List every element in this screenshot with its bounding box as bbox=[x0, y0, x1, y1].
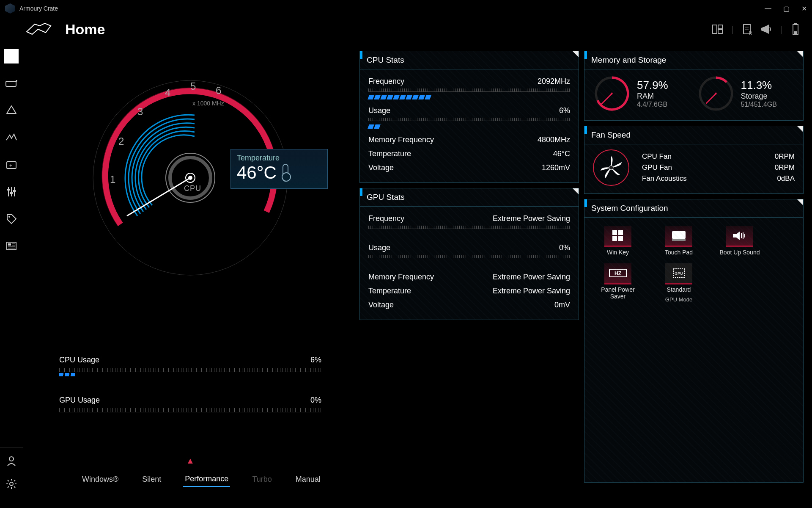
memory-storage-panel: Memory and Storage + 57.9%RAM4.4/7.6GB +… bbox=[584, 51, 804, 121]
rog-logo-icon bbox=[25, 22, 56, 38]
svg-rect-24 bbox=[7, 242, 16, 250]
sidebar-item-home[interactable]: i bbox=[4, 49, 19, 64]
mode-manual[interactable]: Manual bbox=[294, 472, 322, 486]
svg-point-30 bbox=[9, 457, 14, 461]
mode-turbo[interactable]: Turbo bbox=[250, 472, 273, 486]
gpu-freq-label: Frequency bbox=[368, 214, 404, 223]
cfg-win-key-label: Win Key bbox=[607, 249, 629, 256]
svg-line-39 bbox=[14, 480, 15, 481]
svg-rect-25 bbox=[8, 243, 11, 246]
svg-point-14 bbox=[16, 80, 17, 82]
svg-rect-56 bbox=[618, 236, 623, 241]
cfg-boot-sound-label: Boot Up Sound bbox=[720, 249, 760, 256]
sidebar-item-keyboard[interactable] bbox=[4, 76, 19, 91]
svg-rect-4 bbox=[718, 25, 722, 29]
cpu-memfreq-value: 4800MHz bbox=[538, 135, 570, 144]
cpu-usage-block: CPU Usage6% bbox=[59, 356, 321, 372]
gpu-voltage-label: Voltage bbox=[368, 301, 394, 309]
cpu-gauge: 1 2 3 4 5 6 x 1000 MHz CPU R.O.G / ZI6 T… bbox=[63, 68, 317, 288]
mode-tabs: Windows® Silent Performance Turbo Manual bbox=[80, 472, 322, 487]
cpu-temp-label: Temperature bbox=[368, 149, 411, 158]
gpu-freq-value: Extreme Power Saving bbox=[493, 214, 570, 223]
svg-text:R: R bbox=[749, 31, 752, 36]
sidebar-item-library[interactable]: + bbox=[4, 157, 19, 172]
fan-acoustics-value: 0dBA bbox=[777, 174, 795, 183]
close-button[interactable]: ✕ bbox=[801, 5, 807, 13]
gpu-stats-panel: GPU Stats FrequencyExtreme Power Saving … bbox=[359, 188, 579, 320]
svg-rect-53 bbox=[612, 230, 617, 235]
temperature-value: 46°C bbox=[237, 163, 277, 183]
memory-storage-title: Memory and Storage bbox=[591, 55, 666, 64]
ram-gauge: + 57.9%RAM4.4/7.6GB bbox=[593, 75, 691, 113]
svg-rect-55 bbox=[612, 236, 617, 241]
cfg-touchpad[interactable]: Touch Pad bbox=[656, 226, 702, 256]
svg-rect-5 bbox=[718, 30, 722, 33]
gpu-temp-label: Temperature bbox=[368, 287, 411, 295]
gauge-cpu-label: CPU bbox=[184, 184, 201, 193]
svg-text:+: + bbox=[610, 91, 613, 97]
mode-performance[interactable]: Performance bbox=[183, 472, 230, 487]
app-title: Armoury Crate bbox=[19, 5, 58, 12]
gpu-memfreq-value: Extreme Power Saving bbox=[493, 273, 570, 282]
cfg-gpu-mode-label: Standard bbox=[667, 286, 691, 293]
sidebar-item-settings[interactable] bbox=[6, 478, 17, 491]
mode-silent[interactable]: Silent bbox=[140, 472, 163, 486]
gpu-memfreq-label: Memory Frequency bbox=[368, 273, 434, 282]
sidebar-item-aura[interactable] bbox=[4, 103, 19, 118]
temperature-badge: Temperature 46°C bbox=[230, 149, 328, 189]
sidebar-item-news[interactable] bbox=[4, 239, 19, 253]
sidebar-item-account[interactable] bbox=[6, 456, 16, 468]
gauge-unit-label: x 1000 MHz bbox=[192, 100, 224, 107]
sidebar-item-gamevisual[interactable] bbox=[4, 130, 19, 145]
minimize-button[interactable]: — bbox=[765, 5, 771, 13]
gauge-tick-4: 4 bbox=[165, 87, 170, 99]
storage-gauge: + 11.3%Storage51/451.4GB bbox=[697, 75, 795, 113]
gpu-fan-label: GPU Fan bbox=[642, 163, 672, 172]
cpu-usage-stat-label: Usage bbox=[368, 106, 390, 115]
battery-icon[interactable] bbox=[792, 23, 799, 37]
gpu-stats-title: GPU Stats bbox=[367, 193, 405, 202]
cpu-usage-stat-value: 6% bbox=[559, 106, 570, 115]
cfg-gpu-mode-sub: GPU Mode bbox=[665, 296, 692, 303]
system-config-title: System Configuration bbox=[591, 204, 668, 213]
cpu-stats-title: CPU Stats bbox=[367, 55, 404, 64]
ram-detail: 4.4/7.6GB bbox=[637, 101, 668, 108]
ram-label: RAM bbox=[637, 92, 668, 101]
gauge-pane: 1 2 3 4 5 6 x 1000 MHz CPU R.O.G / ZI6 T… bbox=[30, 51, 351, 483]
svg-point-31 bbox=[10, 482, 13, 486]
svg-point-23 bbox=[8, 216, 10, 218]
app-icon bbox=[5, 3, 15, 14]
gauge-tick-2: 2 bbox=[118, 135, 124, 147]
gauge-tick-5: 5 bbox=[190, 80, 196, 92]
sidebar-bottom bbox=[0, 447, 23, 491]
maximize-button[interactable]: ▢ bbox=[783, 5, 790, 13]
sidebar-item-deals[interactable] bbox=[4, 212, 19, 226]
megaphone-icon[interactable] bbox=[760, 24, 772, 36]
header: Home │ R │ bbox=[0, 17, 812, 42]
cfg-win-key[interactable]: Win Key bbox=[595, 226, 641, 256]
gpu-temp-value: Extreme Power Saving bbox=[493, 287, 570, 295]
gpu-fan-value: 0RPM bbox=[775, 163, 795, 172]
svg-line-37 bbox=[14, 486, 15, 488]
cfg-gpu-mode[interactable]: GPU Standard GPU Mode bbox=[656, 263, 702, 303]
stats-pane: CPU Stats Frequency2092MHz Usage6% Memor… bbox=[359, 51, 804, 483]
cpu-voltage-value: 1260mV bbox=[542, 163, 570, 172]
svg-text:GPU: GPU bbox=[675, 271, 683, 276]
svg-line-38 bbox=[8, 486, 9, 488]
svg-point-52 bbox=[609, 166, 613, 170]
system-config-panel: System Configuration Win Key Touch Pad B… bbox=[584, 199, 804, 483]
svg-rect-13 bbox=[6, 81, 16, 86]
cfg-panel-power-saver[interactable]: HZ Panel Power Saver bbox=[595, 263, 641, 303]
storage-detail: 51/451.4GB bbox=[741, 101, 777, 108]
document-icon[interactable]: R bbox=[743, 24, 752, 36]
cfg-boot-sound[interactable]: Boot Up Sound bbox=[716, 226, 763, 256]
svg-text:+: + bbox=[9, 163, 12, 168]
cpu-memfreq-label: Memory Frequency bbox=[368, 135, 434, 144]
layout-icon[interactable] bbox=[712, 24, 723, 36]
mode-windows[interactable]: Windows® bbox=[80, 472, 120, 486]
sidebar: i + bbox=[0, 47, 23, 253]
titlebar: Armoury Crate — ▢ ✕ bbox=[0, 0, 812, 17]
sidebar-item-sliders[interactable] bbox=[4, 185, 19, 199]
cfg-panel-power-saver-label: Panel Power Saver bbox=[595, 286, 641, 300]
cfg-touchpad-label: Touch Pad bbox=[665, 249, 693, 256]
